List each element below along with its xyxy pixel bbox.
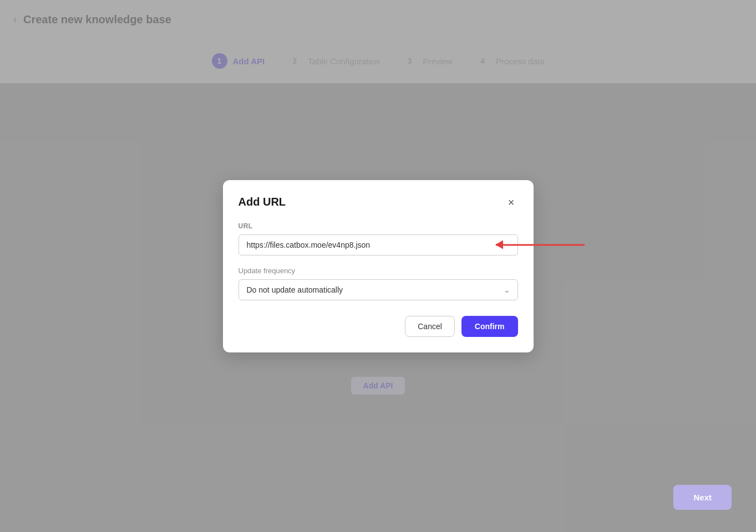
arrow-line [496,244,585,245]
red-arrow-annotation [496,244,585,245]
url-field-label: URL [239,222,518,230]
dialog-header: Add URL × [239,196,518,209]
update-freq-select[interactable]: Do not update automatically Daily Weekly… [239,279,518,300]
dialog-actions: Cancel Confirm [239,316,518,337]
update-freq-wrapper: Do not update automatically Daily Weekly… [239,279,518,300]
cancel-button[interactable]: Cancel [405,316,455,337]
confirm-button[interactable]: Confirm [461,316,518,337]
url-input[interactable] [239,234,518,255]
close-dialog-button[interactable]: × [505,196,518,209]
dialog-title: Add URL [239,196,286,208]
add-url-dialog: Add URL × URL Update frequency Do not up… [223,180,534,352]
update-freq-label: Update frequency [239,267,518,275]
modal-overlay: Add URL × URL Update frequency Do not up… [0,0,756,532]
next-button[interactable]: Next [673,485,732,510]
url-input-wrapper [239,234,518,255]
